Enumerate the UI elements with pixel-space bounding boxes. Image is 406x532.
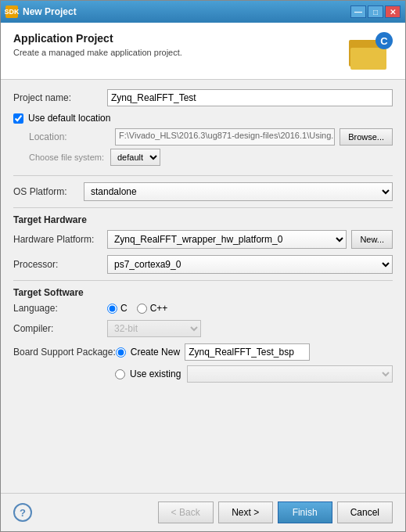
app-icon: SDK bbox=[5, 5, 18, 18]
maximize-button[interactable]: □ bbox=[368, 5, 383, 18]
language-c-label: C bbox=[120, 303, 128, 314]
hardware-platform-label: Hardware Platform: bbox=[13, 234, 107, 245]
compiler-label: Compiler: bbox=[13, 323, 107, 334]
bsp-create-row: Board Support Package: Create New bbox=[13, 343, 393, 361]
use-default-location-checkbox[interactable] bbox=[13, 113, 23, 124]
project-name-label: Project name: bbox=[13, 92, 107, 103]
language-c-option: C bbox=[107, 303, 128, 314]
content-area: Project name: Use default location Locat… bbox=[1, 80, 405, 493]
bsp-existing-row: Use existing bbox=[13, 365, 393, 383]
language-c-radio[interactable] bbox=[107, 304, 117, 314]
footer: ? < Back Next > Finish Cancel bbox=[1, 493, 405, 531]
bsp-create-new-option: Create New bbox=[116, 343, 310, 361]
target-hardware-title: Target Hardware bbox=[13, 214, 393, 225]
bsp-existing-select[interactable] bbox=[187, 365, 393, 383]
header-text: Application Project Create a managed mak… bbox=[13, 32, 182, 57]
filesystem-select[interactable]: default bbox=[110, 149, 160, 166]
page-subtitle: Create a managed make application projec… bbox=[13, 48, 182, 57]
project-name-row: Project name: bbox=[13, 89, 393, 106]
language-cpp-option: C++ bbox=[137, 303, 168, 314]
language-cpp-label: C++ bbox=[150, 303, 168, 314]
back-button[interactable]: < Back bbox=[158, 501, 214, 523]
minimize-button[interactable]: — bbox=[350, 5, 366, 18]
os-platform-select[interactable]: standalone linux bbox=[84, 182, 393, 201]
header-icon: C bbox=[349, 32, 393, 70]
location-label: Location: bbox=[13, 131, 115, 142]
folder-icon-front bbox=[350, 48, 386, 70]
footer-right: < Back Next > Finish Cancel bbox=[158, 501, 393, 523]
filesystem-label: Choose file system: bbox=[29, 153, 104, 162]
os-platform-label: OS Platform: bbox=[13, 186, 84, 197]
page-title: Application Project bbox=[13, 32, 182, 45]
bsp-name-input[interactable] bbox=[185, 343, 310, 361]
hardware-platform-select[interactable]: Zynq_RealFFT_wrapper_hw_platform_0 bbox=[107, 230, 347, 249]
help-button[interactable]: ? bbox=[13, 503, 32, 522]
project-name-input[interactable] bbox=[107, 89, 393, 106]
language-row: Language: C C++ bbox=[13, 303, 393, 314]
window-title: New Project bbox=[23, 6, 350, 17]
bsp-use-existing-label: Use existing bbox=[130, 368, 181, 379]
location-value: F:\Vivado_HLS\2016.3\ug871-design-files\… bbox=[115, 128, 335, 146]
footer-left: ? bbox=[13, 503, 32, 522]
new-hardware-button[interactable]: New... bbox=[351, 230, 393, 249]
bsp-use-existing-option: Use existing bbox=[115, 368, 181, 379]
processor-label: Processor: bbox=[13, 259, 107, 270]
bsp-create-new-radio[interactable] bbox=[116, 347, 126, 358]
window: SDK New Project — □ ✕ Application Projec… bbox=[0, 0, 406, 532]
window-controls: — □ ✕ bbox=[350, 5, 401, 18]
c-language-badge: C bbox=[375, 32, 393, 49]
close-button[interactable]: ✕ bbox=[385, 5, 401, 18]
processor-select[interactable]: ps7_cortexa9_0 bbox=[107, 255, 393, 274]
browse-button[interactable]: Browse... bbox=[340, 128, 393, 146]
language-cpp-radio[interactable] bbox=[137, 304, 147, 314]
language-label: Language: bbox=[13, 303, 107, 314]
cancel-button[interactable]: Cancel bbox=[337, 501, 393, 523]
filesystem-row: Choose file system: default bbox=[13, 149, 393, 166]
compiler-row: Compiler: 32-bit bbox=[13, 320, 393, 337]
finish-button[interactable]: Finish bbox=[278, 501, 332, 523]
location-row: Location: F:\Vivado_HLS\2016.3\ug871-des… bbox=[13, 128, 393, 146]
use-default-location-label: Use default location bbox=[28, 113, 110, 124]
use-default-location-row: Use default location bbox=[13, 113, 393, 124]
header-section: Application Project Create a managed mak… bbox=[1, 23, 405, 80]
target-software-title: Target Software bbox=[13, 287, 393, 298]
separator-3 bbox=[13, 280, 393, 281]
next-button[interactable]: Next > bbox=[218, 501, 273, 523]
hardware-platform-row: Hardware Platform: Zynq_RealFFT_wrapper_… bbox=[13, 230, 393, 249]
bsp-use-existing-radio[interactable] bbox=[115, 369, 125, 379]
bsp-label: Board Support Package: bbox=[13, 347, 116, 358]
separator-1 bbox=[13, 175, 393, 176]
bsp-create-new-label: Create New bbox=[131, 347, 180, 358]
compiler-select[interactable]: 32-bit bbox=[107, 320, 201, 337]
os-platform-row: OS Platform: standalone linux bbox=[13, 182, 393, 201]
language-radio-group: C C++ bbox=[107, 303, 167, 314]
processor-row: Processor: ps7_cortexa9_0 bbox=[13, 255, 393, 274]
title-bar: SDK New Project — □ ✕ bbox=[1, 1, 405, 23]
separator-2 bbox=[13, 207, 393, 208]
